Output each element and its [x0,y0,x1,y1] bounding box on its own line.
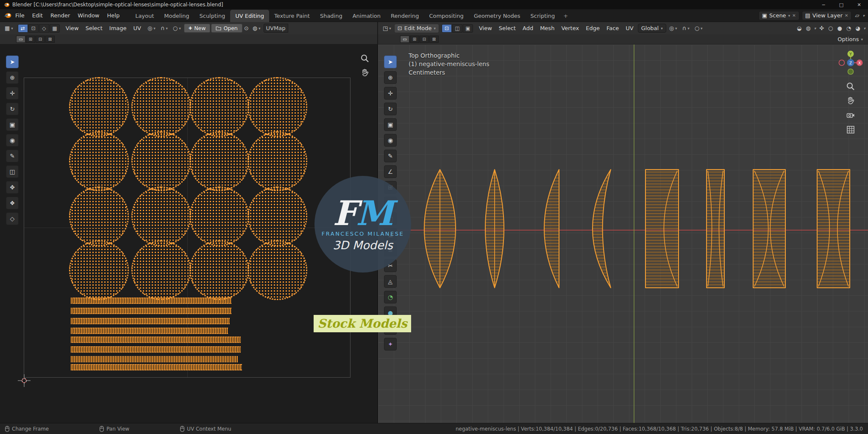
menu-window[interactable]: Window [74,9,103,22]
face-select-toggle[interactable]: ▣ [463,24,473,33]
select-difference-toggle[interactable]: ⊠ [45,36,55,43]
uv-island-strip[interactable] [71,328,228,334]
uv-island-circle[interactable] [189,131,249,191]
biconvex-lens[interactable] [423,170,456,288]
uv-island-circle[interactable] [131,240,191,300]
shading-material-icon[interactable]: ◔ [846,25,852,31]
plano-concave-lens-thick[interactable] [645,170,679,288]
select-subtract-toggle[interactable]: ⊟ [36,36,45,43]
camera-view-icon[interactable] [846,111,855,120]
new-image-button[interactable]: ✚ New [184,24,211,33]
workspace-tab-uv-editing[interactable]: UV Editing [230,10,269,22]
shading-wireframe-icon[interactable]: ○ [827,25,834,31]
options-dropdown[interactable]: Options ▾ [837,36,863,42]
workspace-tab-animation[interactable]: Animation [348,10,386,22]
move-tool-icon[interactable]: ✛ [6,87,19,100]
viewport-canvas[interactable]: Top Orthographic (1) negative-meniscus-l… [378,45,868,423]
vp-menu-view[interactable]: View [476,22,495,34]
scene-selector[interactable]: ▣ Scene ▾ ✕ [759,11,799,20]
workspace-tab-modeling[interactable]: Modeling [159,10,194,22]
vertex-select-toggle[interactable]: ⊡ [442,24,452,33]
select-subtract-toggle[interactable]: ⊟ [420,36,429,43]
uv-island-circle[interactable] [189,240,249,300]
vp-snap-dropdown[interactable]: ∩ ▾ [680,24,692,32]
workspace-tab-rendering[interactable]: Rendering [386,10,424,22]
vp-pivot-dropdown[interactable]: ◎ ▾ [667,24,679,32]
uv-sync-select-toggle[interactable]: ⇄ [18,24,28,33]
uv-island-circle[interactable] [189,186,249,246]
select-extend-toggle[interactable]: ⊞ [410,36,419,43]
uv-island-circle[interactable] [189,77,249,137]
rotate-tool-icon[interactable]: ↻ [384,103,397,115]
chevron-down-icon[interactable]: ▾ [862,14,865,18]
workspace-tab-layout[interactable]: Layout [130,10,159,22]
pin-icon[interactable]: ⊙ [243,25,250,31]
select-new-toggle[interactable]: ▭ [16,36,25,43]
uv-island-strip[interactable] [71,337,241,343]
uv-island-circle[interactable] [248,77,307,137]
workspace-tab-compositing[interactable]: Compositing [424,10,469,22]
spin-tool-icon[interactable]: ◔ [384,291,397,303]
positive-meniscus-lens[interactable] [592,170,612,288]
uv-select-edge-toggle[interactable]: ◇ [39,24,49,33]
transform-tool-icon[interactable]: ◉ [384,134,397,147]
shrink-fatten-tool-icon[interactable]: ✦ [384,338,397,351]
editor-type-button[interactable]: ▦ ▾ [3,24,15,32]
uv-island-strip[interactable] [71,318,230,324]
uv-menu-select[interactable]: Select [82,22,106,34]
uv-island-strip[interactable] [71,298,231,304]
uv-island-circle[interactable] [69,186,129,246]
workspace-tab-texture-paint[interactable]: Texture Paint [269,10,315,22]
blender-logo-icon[interactable] [3,12,11,19]
scale-tool-icon[interactable]: ▣ [6,118,19,131]
chevron-down-icon[interactable]: ▾ [863,26,865,31]
uv-snap-dropdown[interactable]: ∩ ▾ [159,24,170,32]
uv-select-island-toggle[interactable]: ▦ [50,24,60,33]
uv-island-circle[interactable] [69,131,129,191]
uv-island-circle[interactable] [131,77,191,137]
view-layer-selector[interactable]: ▤ View Layer ✕ [802,11,852,20]
vp-menu-vertex[interactable]: Vertex [558,22,582,34]
uv-island-strip[interactable] [71,364,242,370]
uv-island-circle[interactable] [248,186,307,246]
pan-hand-icon[interactable] [360,68,370,78]
vp-menu-edge[interactable]: Edge [582,22,603,34]
menu-render[interactable]: Render [47,9,74,22]
uv-island-strip[interactable] [71,356,238,362]
vp-menu-mesh[interactable]: Mesh [537,22,558,34]
menu-help[interactable]: Help [103,9,124,22]
biconvex-lens-thin[interactable] [484,170,505,288]
toggle-ortho-grid-icon[interactable] [846,125,855,134]
edge-select-toggle[interactable]: ◫ [452,24,462,33]
mode-dropdown[interactable]: ⊡ Edit Mode ▾ [394,24,439,33]
pan-hand-icon[interactable] [846,96,855,106]
maximize-button[interactable]: □ [832,0,850,9]
annotate-tool-icon[interactable]: ✎ [384,150,397,162]
select-new-toggle[interactable]: ▭ [400,36,409,43]
scale-tool-icon[interactable]: ▣ [384,118,397,131]
zoom-icon[interactable] [360,54,370,63]
show-visibility-icon[interactable]: ◒ [796,25,802,31]
tweak-tool-icon[interactable]: ➤ [6,56,19,68]
uv-island-circle[interactable] [69,77,129,137]
uv-island-circle[interactable] [131,186,191,246]
move-tool-icon[interactable]: ✛ [384,87,397,100]
screen-layout-icon[interactable]: ▱ [854,12,860,19]
editor-type-button[interactable]: ◳ ▾ [381,24,393,32]
workspace-tab-geometry-nodes[interactable]: Geometry Nodes [469,10,526,22]
unlink-scene-icon[interactable]: ✕ [792,13,796,18]
menu-file[interactable]: File [11,9,28,22]
uv-2d-cursor[interactable] [18,374,31,387]
add-workspace-button[interactable]: + [560,10,571,22]
rotate-tool-icon[interactable]: ↻ [6,103,19,115]
gizmos-icon[interactable]: ✜ [818,25,825,31]
chevron-down-icon[interactable]: ▾ [814,26,816,31]
shading-rendered-icon[interactable]: ◕ [854,25,861,31]
uv-island-circle[interactable] [69,240,129,300]
poly-build-tool-icon[interactable]: ◬ [384,275,397,288]
minimize-button[interactable]: ─ [815,0,832,9]
close-button[interactable]: ✕ [850,0,868,9]
workspace-tab-shading[interactable]: Shading [315,10,348,22]
transform-tool-icon[interactable]: ◉ [6,134,19,147]
grab-tool-icon[interactable]: ✥ [6,181,19,194]
